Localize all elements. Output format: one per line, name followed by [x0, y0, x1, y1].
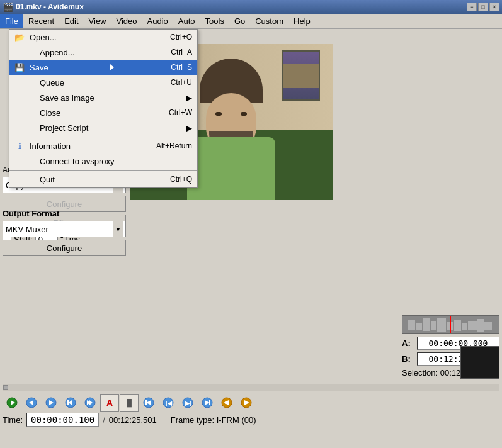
menu-item-queue[interactable]: Queue Ctrl+U — [9, 75, 197, 90]
menu-go[interactable]: Go — [229, 14, 250, 28]
menu-file[interactable]: File — [0, 14, 23, 28]
menu-separator-1 — [9, 137, 197, 137]
timeline-slider[interactable] — [3, 384, 499, 391]
cursor-indicator — [110, 64, 114, 70]
menu-tools[interactable]: Tools — [200, 14, 229, 28]
menu-item-save[interactable]: 💾 Save Ctrl+S — [9, 60, 197, 75]
menu-separator-2 — [9, 170, 197, 171]
waveform-bar-7 — [454, 320, 461, 331]
project-script-icon — [14, 123, 25, 133]
menu-item-save-image[interactable]: Save as Image ▶ — [9, 90, 197, 105]
output-format-row: MKV Muxer ▼ — [3, 221, 126, 237]
waveform-bar-10 — [477, 319, 483, 332]
append-shortcut: Ctrl+A — [171, 48, 192, 57]
menu-auto[interactable]: Auto — [173, 14, 200, 28]
menu-video[interactable]: Video — [111, 14, 142, 28]
a-label: A: — [402, 339, 414, 348]
time-separator: / — [103, 415, 105, 425]
menu-item-queue-label: Queue — [27, 78, 171, 87]
quit-shortcut: Ctrl+Q — [170, 175, 192, 184]
information-shortcut: Alt+Return — [156, 142, 192, 150]
project-script-arrow: ▶ — [186, 123, 192, 133]
menu-item-avsproxy-label: Connect to avsproxy — [27, 157, 192, 166]
fast-forward-button[interactable] — [81, 394, 100, 412]
menu-item-save-label: Save — [27, 63, 171, 72]
menu-item-avsproxy[interactable]: Connect to avsproxy — [9, 154, 197, 169]
menu-item-append[interactable]: Append... Ctrl+A — [9, 45, 197, 60]
goto-start-button[interactable] — [139, 394, 158, 412]
goto-b-button[interactable]: ▶| — [178, 394, 197, 412]
step-back-button[interactable] — [61, 394, 80, 412]
menu-item-open[interactable]: 📂 Open... Ctrl+O — [9, 30, 197, 45]
menu-edit[interactable]: Edit — [59, 14, 83, 28]
menu-item-information[interactable]: ℹ Information Alt+Return — [9, 138, 197, 154]
prev-keyframe-button[interactable] — [217, 394, 236, 412]
play-button[interactable] — [3, 394, 21, 412]
save-image-arrow: ▶ — [186, 93, 192, 103]
menu-item-information-label: Information — [27, 142, 156, 151]
open-shortcut: Ctrl+O — [170, 33, 192, 42]
svg-text:|◀: |◀ — [166, 400, 173, 406]
waveform-playhead — [450, 316, 451, 333]
svg-text:▶|: ▶| — [185, 400, 191, 406]
video-shirt — [187, 137, 275, 200]
waveform-bar-4 — [431, 321, 436, 330]
menu-item-project-script-label: Project Script — [27, 123, 183, 133]
marker-a-button[interactable]: A — [100, 394, 119, 412]
timeline-thumb — [3, 385, 8, 390]
menu-item-open-label: Open... — [27, 33, 170, 42]
frame-type-display: Frame type: I-FRM (00) — [171, 415, 256, 425]
waveform-bar-5 — [437, 318, 446, 332]
poster-image — [283, 64, 319, 88]
menu-item-quit-label: Quit — [27, 175, 170, 184]
forward-button[interactable] — [42, 394, 60, 412]
quit-icon — [14, 174, 25, 184]
time-row: Time: 00:00:00.100 / 00:12:25.501 Frame … — [3, 413, 499, 427]
waveform-bar-11 — [484, 322, 492, 330]
waveform-bar-9 — [468, 321, 477, 330]
minimize-button[interactable]: − — [467, 3, 477, 11]
file-dropdown-menu: 📂 Open... Ctrl+O Append... Ctrl+A 💾 Save… — [9, 29, 198, 188]
video-eye-right — [241, 112, 247, 116]
goto-end-button[interactable] — [198, 394, 217, 412]
timeline-row — [3, 384, 499, 393]
next-keyframe-button[interactable] — [237, 394, 256, 412]
avsproxy-icon — [14, 156, 25, 166]
close-button[interactable]: × — [489, 3, 499, 11]
window-title: 01.mkv - Avidemux — [16, 3, 467, 11]
playback-area: A ▐▌ |◀ ▶| Time: 00:00:00.100 / 00: — [0, 381, 502, 448]
close-shortcut: Ctrl+W — [169, 108, 192, 117]
menu-item-close[interactable]: Close Ctrl+W — [9, 105, 197, 120]
total-time-display: 00:12:25.501 — [109, 415, 157, 425]
menu-audio[interactable]: Audio — [142, 14, 173, 28]
waveform-display — [402, 315, 499, 334]
maximize-button[interactable]: □ — [478, 3, 488, 11]
video-eye-left — [215, 112, 222, 116]
output-configure-button[interactable]: Configure — [3, 240, 126, 256]
output-format-value: MKV Muxer — [6, 225, 113, 234]
menubar: File Recent Edit View Video Audio Auto T… — [0, 14, 502, 29]
save-icon: 💾 — [14, 62, 25, 72]
goto-a-button[interactable]: |◀ — [159, 394, 178, 412]
menu-custom[interactable]: Custom — [250, 14, 288, 28]
svg-rect-14 — [145, 400, 147, 405]
output-format-select[interactable]: MKV Muxer ▼ — [3, 221, 126, 237]
output-configure-row: Configure — [3, 240, 126, 256]
menu-view[interactable]: View — [84, 14, 111, 28]
window-controls: − □ × — [467, 3, 499, 11]
menu-item-save-image-label: Save as Image — [27, 93, 183, 103]
output-format-arrow: ▼ — [113, 221, 123, 237]
back-button[interactable] — [22, 394, 41, 412]
menu-item-append-label: Append... — [27, 48, 171, 57]
marker-b-button[interactable]: ▐▌ — [120, 394, 139, 412]
menu-item-project-script[interactable]: Project Script ▶ — [9, 120, 197, 135]
b-label: B: — [402, 354, 414, 364]
output-format-header: Output Format — [3, 209, 126, 218]
waveform-bar-8 — [462, 323, 467, 330]
menu-recent[interactable]: Recent — [23, 14, 59, 28]
menu-item-quit[interactable]: Quit Ctrl+Q — [9, 172, 197, 187]
queue-icon — [14, 77, 25, 87]
menu-help[interactable]: Help — [288, 14, 316, 28]
open-icon: 📂 — [14, 32, 25, 42]
video-poster — [282, 50, 320, 101]
